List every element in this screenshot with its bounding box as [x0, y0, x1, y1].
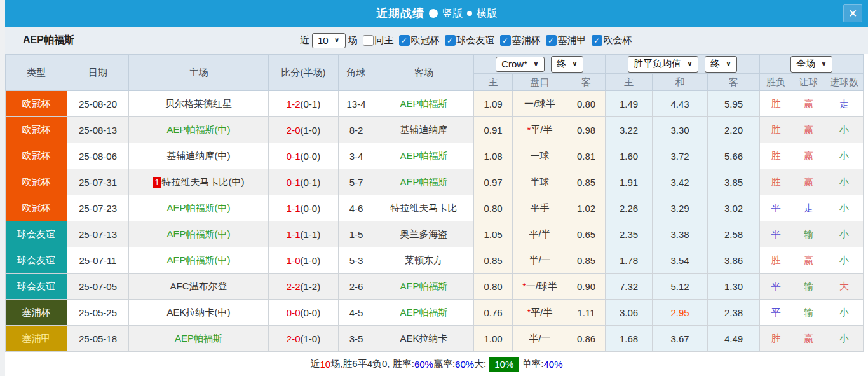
corner-cell: 5-7 [339, 169, 374, 195]
result-wl-cell: 胜 [760, 326, 792, 352]
league-type-badge: 球会友谊 [6, 221, 67, 247]
odds-time-select-1[interactable]: 终∨ [551, 56, 583, 73]
avg-home-cell: 3.22 [606, 117, 653, 143]
avg-draw-cell: 3.67 [653, 326, 708, 352]
check-icon: ✓ [447, 36, 453, 45]
score-cell: 0-0(0-0) [269, 300, 339, 326]
score-cell: 0-1(0-0) [269, 143, 339, 169]
handicap-cell: *平/半 [513, 117, 567, 143]
radio-horizontal-label[interactable]: 横版 [477, 7, 497, 20]
away-team-cell: AEP帕福斯 [374, 300, 474, 326]
league-checkbox-0[interactable]: ✓ [399, 35, 410, 46]
odds-time-select-2[interactable]: 终∨ [705, 56, 737, 73]
avg-draw-cell: 2.95 [653, 300, 708, 326]
home-team-cell: AEP帕福斯(中) [129, 117, 269, 143]
summary-segment: 近 [310, 358, 320, 370]
result-handicap-cell: 走 [792, 195, 825, 221]
result-goals-cell: 小 [825, 117, 864, 143]
near-label: 近 [300, 34, 309, 46]
chevron-down-icon: ∨ [572, 60, 578, 67]
avg-away-cell: 3.86 [708, 247, 760, 274]
radio-vertical-selected-icon[interactable] [429, 9, 438, 18]
full-score: 2-2 [287, 281, 301, 292]
result-goals-cell: 小 [825, 169, 864, 195]
sub-header-avg-draw: 和 [653, 74, 708, 91]
league-checkbox-2[interactable]: ✓ [500, 35, 511, 46]
match-date-cell: 25-08-06 [67, 143, 129, 169]
corner-cell: 4-6 [339, 195, 374, 221]
league-type-badge: 欧冠杯 [6, 143, 67, 169]
sub-header-result-wl: 胜负 [760, 74, 792, 91]
odds-away-cell: 0.90 [567, 274, 606, 300]
match-date-cell: 25-07-11 [67, 247, 129, 274]
league-type-cell: 欧冠杯 [6, 195, 67, 221]
avg-home-cell: 1.60 [606, 143, 653, 169]
odds-source-select[interactable]: Crow*∨ [496, 57, 545, 72]
full-score: 1-0 [287, 255, 301, 266]
sub-header-handicap: 盘口 [513, 74, 567, 91]
result-wl-cell: 平 [760, 274, 792, 300]
result-goals-cell: 走 [825, 91, 864, 117]
hot-star-icon: * [522, 281, 526, 291]
avg-away-cell: 5.66 [708, 143, 760, 169]
hot-star-icon: * [527, 307, 531, 317]
league-label-0: 欧冠杯 [411, 34, 440, 46]
table-row: 欧冠杯25-08-06基辅迪纳摩(中)0-1(0-0)3-4AEP帕福斯1.08… [6, 143, 864, 169]
league-type-badge: 塞浦甲 [6, 326, 67, 351]
match-count-select[interactable]: 10∨ [312, 33, 346, 48]
home-team-name: AEP帕福斯(中) [166, 202, 230, 213]
match-date-cell: 25-07-31 [67, 169, 129, 195]
radio-horizontal-icon[interactable] [467, 11, 472, 16]
odds-away-cell: 0.98 [567, 117, 606, 143]
half-score: (1-2) [301, 281, 321, 292]
home-team-name: 基辅迪纳摩(中) [167, 150, 231, 161]
league-type-badge: 欧冠杯 [6, 169, 67, 195]
league-type-cell: 球会友谊 [6, 221, 67, 247]
away-team-cell: 奥兰多海盗 [374, 221, 474, 247]
title-bar: 近期战绩 竖版 横版 ✕ [5, 0, 868, 27]
score-cell: 1-2(0-1) [269, 91, 339, 117]
odds-away-cell: 1.02 [567, 195, 606, 221]
league-checkbox-1[interactable]: ✓ [445, 35, 456, 46]
league-checkbox-3[interactable]: ✓ [546, 35, 557, 46]
radio-vertical-label[interactable]: 竖版 [442, 7, 463, 20]
result-handicap-cell: 赢 [792, 143, 825, 169]
half-score: (0-1) [301, 177, 321, 188]
close-button[interactable]: ✕ [843, 4, 862, 22]
scope-select[interactable]: 全场∨ [790, 56, 832, 73]
away-team-cell: 特拉维夫马卡比 [374, 195, 474, 221]
avg-away-cell: 2.38 [708, 300, 760, 326]
col-header-score: 比分(半场) [269, 55, 339, 91]
avg-away-cell: 4.49 [708, 326, 760, 352]
result-goals-cell: 小 [825, 195, 864, 221]
half-score: (1-1) [301, 229, 321, 240]
match-date-cell: 25-08-13 [67, 117, 129, 143]
home-team-cell: AFC温布尔登 [129, 274, 269, 300]
avg-home-cell: 3.06 [606, 300, 653, 326]
avg-source-select[interactable]: 胜平负均值∨ [628, 56, 698, 73]
score-cell: 2-0(1-0) [269, 117, 339, 143]
same-venue-checkbox[interactable] [363, 35, 374, 46]
odds-home-cell: 0.76 [474, 300, 513, 326]
full-score: 1-1 [287, 203, 301, 214]
table-row: 球会友谊25-07-11AEP帕福斯(中)1-0(1-0)5-3莱顿东方0.85… [6, 247, 864, 274]
home-team-cell: 基辅迪纳摩(中) [129, 143, 269, 169]
avg-away-cell: 1.30 [708, 274, 760, 300]
half-score: (0-0) [301, 203, 321, 214]
home-team-name: AEP帕福斯(中) [166, 124, 230, 135]
odds-home-cell: 0.91 [474, 117, 513, 143]
sub-header-result-ah: 让球 [792, 74, 825, 91]
result-handicap-cell: 输 [792, 274, 825, 300]
home-team-name: 特拉维夫马卡比(中) [162, 176, 245, 187]
score-cell: 1-0(1-0) [269, 247, 339, 274]
col-header-away: 客场 [374, 55, 474, 91]
same-venue-label: 同主 [375, 34, 394, 46]
league-checkbox-4[interactable]: ✓ [592, 35, 602, 46]
avg-home-cell: 1.91 [606, 169, 653, 195]
league-label-3: 塞浦甲 [558, 34, 587, 46]
col-header-home: 主场 [129, 55, 269, 91]
half-score: (1-0) [301, 333, 321, 344]
handicap-cell: 平手 [513, 195, 567, 221]
table-row: 球会友谊25-07-13AEP帕福斯(中)1-1(1-1)1-5奥兰多海盗1.0… [6, 221, 864, 247]
away-team-name: 奥兰多海盗 [400, 228, 448, 239]
